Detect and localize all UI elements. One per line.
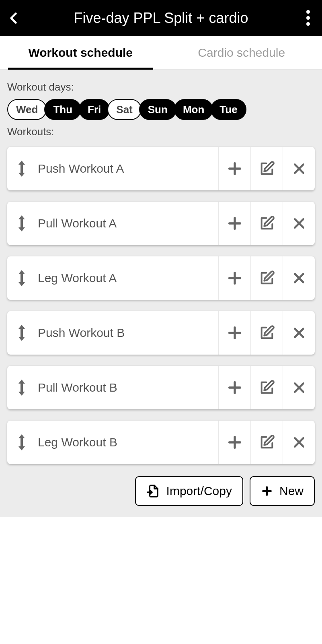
plus-icon: [227, 161, 243, 177]
workout-list: Push Workout A Pul: [7, 147, 315, 464]
drag-handle[interactable]: [7, 366, 36, 409]
delete-workout-button[interactable]: [283, 202, 315, 245]
plus-icon: [227, 434, 243, 450]
day-pill-tue[interactable]: Tue: [211, 99, 246, 120]
edit-workout-button[interactable]: [250, 311, 283, 355]
close-icon: [292, 380, 306, 395]
add-exercise-button[interactable]: [218, 311, 250, 355]
add-exercise-button[interactable]: [218, 256, 250, 300]
day-selector: Wed Thu Fri Sat Sun Mon Tue: [7, 99, 315, 120]
delete-workout-button[interactable]: [283, 147, 315, 190]
add-exercise-button[interactable]: [218, 421, 250, 464]
delete-workout-button[interactable]: [283, 421, 315, 464]
page-title: Five-day PPL Split + cardio: [24, 10, 298, 27]
edit-workout-button[interactable]: [250, 256, 283, 300]
day-pill-fri[interactable]: Fri: [79, 99, 110, 120]
delete-workout-button[interactable]: [283, 256, 315, 300]
plus-icon: [227, 215, 243, 231]
import-icon: [146, 484, 160, 498]
workout-name: Leg Workout A: [36, 256, 218, 300]
workout-card: Leg Workout B: [7, 421, 315, 464]
workout-card: Leg Workout A: [7, 256, 315, 300]
workouts-label: Workouts:: [7, 126, 315, 138]
workout-name: Pull Workout A: [36, 202, 218, 245]
edit-icon: [259, 270, 275, 286]
drag-handle[interactable]: [7, 256, 36, 300]
day-pill-mon[interactable]: Mon: [174, 99, 213, 120]
close-icon: [292, 271, 306, 285]
drag-handle[interactable]: [7, 147, 36, 190]
workout-name: Push Workout B: [36, 311, 218, 355]
workout-card: Pull Workout B: [7, 366, 315, 409]
edit-icon: [259, 325, 275, 341]
close-icon: [292, 326, 306, 340]
workout-name: Push Workout A: [36, 147, 218, 190]
footer-actions: Import/Copy New: [7, 476, 315, 506]
edit-icon: [259, 434, 275, 450]
import-copy-label: Import/Copy: [166, 484, 232, 498]
content-panel: Workout days: Wed Thu Fri Sat Sun Mon Tu…: [0, 70, 322, 517]
add-exercise-button[interactable]: [218, 202, 250, 245]
tab-bar: Workout schedule Cardio schedule: [0, 36, 322, 70]
tab-workout-schedule[interactable]: Workout schedule: [0, 36, 161, 69]
day-pill-thu[interactable]: Thu: [44, 99, 81, 120]
plus-icon: [227, 270, 243, 286]
workout-name: Pull Workout B: [36, 366, 218, 409]
day-pill-sun[interactable]: Sun: [139, 99, 176, 120]
workout-days-label: Workout days:: [7, 81, 315, 93]
close-icon: [292, 435, 306, 450]
plus-icon: [227, 325, 243, 341]
more-menu-button[interactable]: [298, 8, 318, 28]
chevron-left-icon: [7, 8, 21, 28]
tab-cardio-schedule[interactable]: Cardio schedule: [161, 36, 322, 69]
workout-card: Push Workout B: [7, 311, 315, 355]
edit-icon: [259, 161, 275, 177]
drag-vertical-icon: [17, 270, 27, 286]
workout-card: Pull Workout A: [7, 202, 315, 245]
app-header: Five-day PPL Split + cardio: [0, 0, 322, 36]
back-button[interactable]: [4, 8, 24, 28]
workout-name: Leg Workout B: [36, 421, 218, 464]
add-exercise-button[interactable]: [218, 366, 250, 409]
drag-vertical-icon: [17, 380, 27, 396]
edit-icon: [259, 380, 275, 396]
workout-card: Push Workout A: [7, 147, 315, 190]
add-exercise-button[interactable]: [218, 147, 250, 190]
drag-vertical-icon: [17, 161, 27, 177]
drag-handle[interactable]: [7, 202, 36, 245]
edit-workout-button[interactable]: [250, 421, 283, 464]
delete-workout-button[interactable]: [283, 311, 315, 355]
drag-handle[interactable]: [7, 421, 36, 464]
dots-vertical-icon: [306, 10, 310, 14]
close-icon: [292, 161, 306, 176]
edit-workout-button[interactable]: [250, 147, 283, 190]
import-copy-button[interactable]: Import/Copy: [135, 476, 243, 506]
edit-icon: [259, 215, 275, 231]
drag-vertical-icon: [17, 215, 27, 231]
edit-workout-button[interactable]: [250, 202, 283, 245]
new-label: New: [279, 484, 304, 498]
plus-icon: [261, 485, 273, 497]
edit-workout-button[interactable]: [250, 366, 283, 409]
drag-handle[interactable]: [7, 311, 36, 355]
drag-vertical-icon: [17, 434, 27, 450]
plus-icon: [227, 380, 243, 396]
close-icon: [292, 216, 306, 231]
delete-workout-button[interactable]: [283, 366, 315, 409]
new-workout-button[interactable]: New: [250, 476, 315, 506]
day-pill-wed[interactable]: Wed: [7, 99, 47, 120]
day-pill-sat[interactable]: Sat: [107, 99, 141, 120]
drag-vertical-icon: [17, 325, 27, 341]
